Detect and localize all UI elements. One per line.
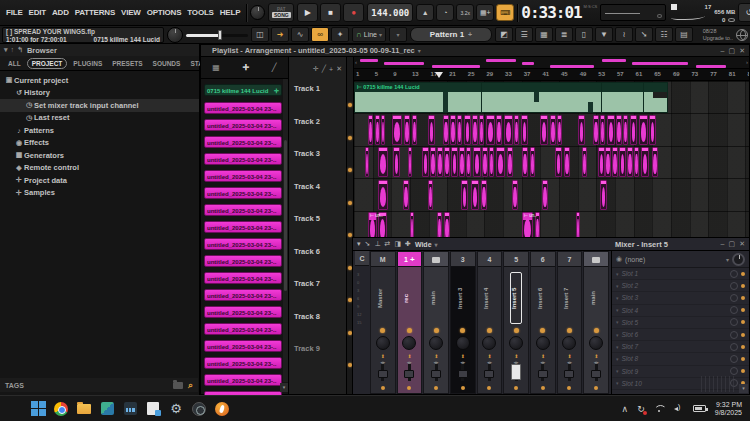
mixer-half-view-icon[interactable]: ◨ [394,240,401,248]
pattern-clip[interactable] [481,180,487,210]
effect-slot[interactable]: ▾Slot 7 [612,341,749,353]
picker-audio-item[interactable]: ✛0715 killme 144 Lucid [204,84,282,96]
scroll-left-icon[interactable]: ‹ [355,59,357,65]
master-pitch-knob[interactable] [167,27,183,43]
export-icon[interactable]: ☷ [655,27,673,42]
start-button[interactable] [30,401,46,417]
volume-icon[interactable] [674,404,684,413]
strip-name[interactable]: Insert 3 [457,272,469,324]
tree-item[interactable]: ▣Current project [0,74,199,87]
track-col-add-track-icon[interactable]: ✛ [313,65,319,73]
picker-scrollbar[interactable] [283,79,288,382]
mixer-strip-4[interactable]: 4Insert 4⬍◂▸ [477,251,503,394]
strip-bottom-led[interactable] [434,386,438,390]
pattern-clip[interactable] [486,115,495,145]
browser-tab-presets[interactable]: PRESETS [108,59,146,68]
playlist-timeline[interactable]: 1591317212529333741454953576165697377818… [354,69,749,81]
picker-pattern-item[interactable]: untitled_2025-03-04 23-.. [204,102,282,114]
track-name[interactable]: Track 3 [294,149,320,158]
slot-led[interactable] [741,308,745,312]
effect-slot[interactable]: ▾Slot 3 [612,292,749,304]
mixer-add-icon[interactable]: ✚ [405,240,411,248]
pattern-clip[interactable] [471,180,479,210]
mixer-strip-1[interactable]: 1 +rec⬍◂▸ [397,251,423,394]
plugin-picker-icon[interactable]: ▼ [595,27,613,42]
step-editor-icon[interactable]: ☰ [515,27,533,42]
pattern-clip[interactable] [459,147,465,177]
picker-pattern-item[interactable]: untitled_2025-03-04 23-.. [204,119,282,131]
mixer-minimize-button[interactable]: – [721,240,725,248]
pan-knob[interactable] [536,336,550,350]
fader-handle[interactable] [404,370,414,378]
slot-led[interactable] [741,272,745,276]
picker-pattern-item[interactable]: untitled_2025-03-04 23-.. [204,255,282,267]
stop-button[interactable]: ■ [320,3,341,22]
picker-pattern-item[interactable]: untitled_2025-03-04 23-.. [204,187,282,199]
pattern-clip[interactable] [598,147,605,177]
pattern-clip[interactable] [422,147,429,177]
pattern-clip[interactable] [641,147,649,177]
track-name[interactable]: Track 2 [294,117,320,126]
playlist-close-button[interactable]: ✕ [739,47,745,55]
slot-knob[interactable] [730,270,738,278]
pattern-clip[interactable] [392,115,402,145]
pan-knob[interactable] [429,336,443,350]
pan-knob[interactable] [376,336,390,350]
picker-pattern-item[interactable]: untitled_2025-03-04 23-.. [204,340,282,352]
pattern-clip[interactable] [630,115,637,145]
playhead-marker[interactable] [435,72,443,78]
snap-extra-dropdown[interactable]: ▾ [389,27,407,42]
strip-name[interactable]: rec [403,272,415,324]
shop-icon[interactable]: ▤ [675,27,693,42]
fader-handle[interactable] [378,370,388,378]
strip-name[interactable]: main [430,272,442,324]
record-arm-dot[interactable] [348,136,352,140]
strip-number[interactable] [424,252,448,267]
up-icon[interactable]: ↑ [11,46,15,54]
fader-handle[interactable] [564,370,574,378]
record-arm-dot[interactable] [348,168,352,172]
picker-pattern-item[interactable]: untitled_2025-03-04 23-.. [204,374,282,386]
strip-name[interactable]: main [590,272,602,324]
mixer-strip-6[interactable]: 6Insert 6⬍◂▸ [530,251,556,394]
picker-pattern-item[interactable]: untitled_2025-03-04 23-.. [204,306,282,318]
track-name[interactable]: Track 5 [294,214,320,223]
typing-keyboard-icon[interactable]: ⌨ [496,4,514,21]
back-icon[interactable]: ↰ [17,46,23,54]
pattern-clip[interactable] [461,180,468,210]
pattern-clip[interactable] [514,115,519,145]
strip-name[interactable]: Insert 4 [483,272,495,324]
strip-number[interactable] [584,252,608,267]
slot-knob[interactable] [730,306,738,314]
pattern-clip[interactable] [605,147,611,177]
slot-knob[interactable] [730,294,738,302]
tree-item[interactable]: ✛Project data [0,174,199,187]
slot-knob[interactable] [730,343,738,351]
pattern-clip[interactable] [555,147,562,177]
audio-clip[interactable]: ⊢ 0715 killme 144 Lucid [354,82,668,113]
song-pat-switch[interactable]: PAT SONG [268,3,294,22]
scroll-right-icon[interactable]: › [746,59,748,65]
strip-led[interactable] [434,328,439,333]
record-arm-dot[interactable] [348,103,352,107]
track-col-slope-icon[interactable]: ╱ [322,65,326,73]
mixer-strip-2[interactable]: main⬍◂▸ [423,251,449,394]
pan-knob[interactable] [509,336,523,350]
folder-icon[interactable] [173,382,183,389]
strip-led[interactable] [380,328,385,333]
picker-scroll-down-button[interactable]: ▾ [280,383,288,392]
fader-handle[interactable] [511,364,521,380]
pattern-clip[interactable] [582,147,587,177]
picker-pattern-item[interactable]: untitled_2025-03-04 23-.. [204,238,282,250]
slot-led[interactable] [741,296,745,300]
picker-pattern-item[interactable]: untitled_2025-03-04 23-.. [204,153,282,165]
picker-pattern-item[interactable]: untitled_2025-03-04 23-.. [204,204,282,216]
strip-number[interactable]: 6 [531,252,555,267]
main-volume-knob[interactable] [250,5,265,20]
track-name[interactable]: Track 7 [294,279,320,288]
pattern-clip[interactable] [466,147,471,177]
picker-pattern-item[interactable]: untitled_2025-03-04 23-.. [204,272,282,284]
strip-bottom-led[interactable] [514,386,518,390]
menu-tools[interactable]: TOOLS [184,8,216,17]
menu-view[interactable]: VIEW [118,8,144,17]
